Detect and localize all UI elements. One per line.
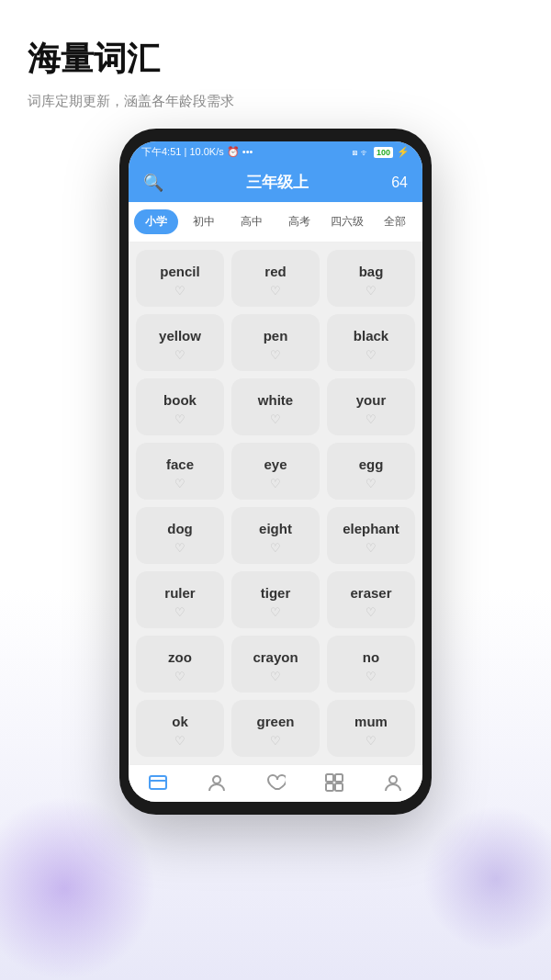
word-text: yellow xyxy=(159,328,201,344)
filter-tab-gaokao[interactable]: 高考 xyxy=(277,209,321,234)
search-icon[interactable]: 🔍 xyxy=(143,173,163,193)
heart-icon[interactable]: ♡ xyxy=(270,735,281,747)
svg-point-7 xyxy=(389,776,397,783)
heart-icon[interactable]: ♡ xyxy=(365,478,377,490)
word-text: ruler xyxy=(164,585,195,601)
heart-icon[interactable]: ♡ xyxy=(174,413,186,425)
word-card[interactable]: zoo♡ xyxy=(136,636,224,693)
word-card[interactable]: elephant♡ xyxy=(327,507,415,564)
word-text: pen xyxy=(264,328,288,344)
word-card[interactable]: eight♡ xyxy=(231,507,320,564)
heart-icon[interactable]: ♡ xyxy=(270,285,281,297)
word-text: eraser xyxy=(350,585,391,601)
filter-tab-all[interactable]: 全部 xyxy=(373,209,417,234)
heart-icon[interactable]: ♡ xyxy=(174,735,186,747)
heart-icon[interactable]: ♡ xyxy=(270,542,281,554)
subtitle: 词库定期更新，涵盖各年龄段需求 xyxy=(28,93,523,110)
word-text: bag xyxy=(359,264,384,279)
svg-point-2 xyxy=(213,776,220,783)
word-card[interactable]: no♡ xyxy=(327,636,415,693)
filter-tab-cet[interactable]: 四六级 xyxy=(325,209,369,234)
word-card[interactable]: crayon♡ xyxy=(231,636,320,693)
header-title: 三年级上 xyxy=(246,172,309,193)
heart-icon[interactable]: ♡ xyxy=(365,735,377,747)
word-text: tiger xyxy=(261,585,291,601)
filter-tab-high[interactable]: 高中 xyxy=(230,209,274,234)
status-right: ▣ ᯤ 100 ⚡ xyxy=(352,146,410,158)
word-card[interactable]: dog♡ xyxy=(136,507,224,564)
page-background: 海量词汇 词库定期更新，涵盖各年龄段需求 下午4:51 | 10.0K/s ⏰ … xyxy=(0,0,551,980)
filter-tabs: 小学 初中 高中 高考 四六级 全部 xyxy=(129,202,422,242)
purple-blob2 xyxy=(422,805,551,952)
word-card[interactable]: tiger♡ xyxy=(231,571,320,628)
heart-icon[interactable]: ♡ xyxy=(174,542,186,554)
header-count: 64 xyxy=(391,175,408,191)
word-text: black xyxy=(354,328,388,344)
word-card[interactable]: ruler♡ xyxy=(136,571,224,628)
word-card[interactable]: face♡ xyxy=(136,443,224,500)
svg-rect-5 xyxy=(326,783,333,791)
word-card[interactable]: eraser♡ xyxy=(327,571,415,628)
heart-icon[interactable]: ♡ xyxy=(270,413,281,425)
heart-icon[interactable]: ♡ xyxy=(365,413,377,425)
heart-icon[interactable]: ♡ xyxy=(365,606,377,618)
word-card[interactable]: your♡ xyxy=(327,378,415,435)
word-card[interactable]: green♡ xyxy=(231,700,320,757)
word-card[interactable]: ok♡ xyxy=(136,700,224,757)
heart-icon[interactable]: ♡ xyxy=(270,349,281,361)
word-grid: pencil♡red♡bag♡yellow♡pen♡black♡book♡whi… xyxy=(129,242,422,764)
heart-icon[interactable]: ♡ xyxy=(270,606,281,618)
heart-icon[interactable]: ♡ xyxy=(174,606,186,618)
heart-icon[interactable]: ♡ xyxy=(270,670,281,682)
top-section: 海量词汇 词库定期更新，涵盖各年龄段需求 xyxy=(0,0,551,129)
word-card[interactable]: mum♡ xyxy=(327,700,415,757)
word-text: red xyxy=(264,264,286,279)
heart-icon[interactable]: ♡ xyxy=(174,670,186,682)
filter-tab-elementary[interactable]: 小学 xyxy=(134,209,178,234)
word-card[interactable]: eye♡ xyxy=(231,443,320,500)
word-card[interactable]: egg♡ xyxy=(327,443,415,500)
word-text: your xyxy=(356,392,387,408)
app-header: 🔍 三年级上 64 xyxy=(129,163,422,202)
heart-icon[interactable]: ♡ xyxy=(365,670,377,682)
heart-icon[interactable]: ♡ xyxy=(174,478,186,490)
word-card[interactable]: red♡ xyxy=(231,250,320,307)
nav-item-user[interactable] xyxy=(207,772,227,793)
word-card[interactable]: yellow♡ xyxy=(136,314,224,371)
word-text: eight xyxy=(259,521,292,536)
word-card[interactable]: white♡ xyxy=(231,378,320,435)
word-card[interactable]: bag♡ xyxy=(327,250,415,307)
nav-item-home[interactable] xyxy=(148,772,168,793)
word-card[interactable]: pen♡ xyxy=(231,314,320,371)
heart-icon[interactable]: ♡ xyxy=(174,349,186,361)
nav-item-grid[interactable] xyxy=(324,772,344,793)
word-text: eye xyxy=(264,456,287,472)
svg-rect-4 xyxy=(335,774,343,782)
svg-rect-0 xyxy=(150,776,166,789)
word-card[interactable]: pencil♡ xyxy=(136,250,224,307)
word-text: pencil xyxy=(160,264,199,279)
status-bar: 下午4:51 | 10.0K/s ⏰ ••• ▣ ᯤ 100 ⚡ xyxy=(129,141,422,163)
word-text: book xyxy=(163,392,197,408)
heart-icon[interactable]: ♡ xyxy=(365,349,377,361)
nav-item-favorites[interactable] xyxy=(265,772,286,793)
word-card[interactable]: book♡ xyxy=(136,378,224,435)
heart-icon[interactable]: ♡ xyxy=(365,542,377,554)
bottom-nav xyxy=(129,764,422,802)
word-card[interactable]: black♡ xyxy=(327,314,415,371)
filter-tab-middle[interactable]: 初中 xyxy=(182,209,226,234)
main-title: 海量词汇 xyxy=(28,37,523,82)
word-text: dog xyxy=(167,521,193,536)
heart-icon[interactable]: ♡ xyxy=(365,285,377,297)
heart-icon[interactable]: ♡ xyxy=(270,478,281,490)
heart-icon[interactable]: ♡ xyxy=(174,285,186,297)
phone-inner: 下午4:51 | 10.0K/s ⏰ ••• ▣ ᯤ 100 ⚡ 🔍 三年级上 … xyxy=(129,141,422,802)
purple-blob xyxy=(0,796,156,980)
word-text: egg xyxy=(359,456,384,472)
phone-frame: 下午4:51 | 10.0K/s ⏰ ••• ▣ ᯤ 100 ⚡ 🔍 三年级上 … xyxy=(119,129,432,815)
word-text: no xyxy=(363,649,379,665)
word-text: elephant xyxy=(343,521,399,536)
status-time: 下午4:51 | 10.0K/s ⏰ ••• xyxy=(141,145,253,159)
svg-rect-6 xyxy=(335,783,343,791)
nav-item-profile[interactable] xyxy=(383,772,403,793)
